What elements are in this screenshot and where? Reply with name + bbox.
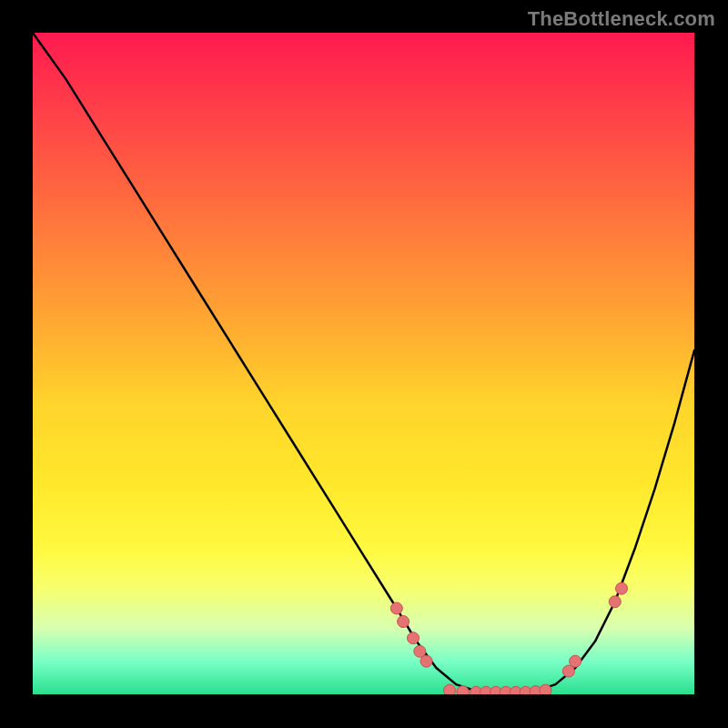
curve-marker <box>408 632 420 644</box>
curve-marker <box>457 686 469 694</box>
curve-marker <box>570 655 581 667</box>
curve-marker <box>444 684 456 694</box>
curve-marker <box>540 684 551 694</box>
plot-area <box>33 33 694 694</box>
bottleneck-curve <box>33 33 694 694</box>
curve-markers <box>390 582 627 694</box>
curve-marker <box>616 582 628 594</box>
curve-marker <box>398 616 410 628</box>
bottleneck-curve-svg <box>33 33 694 694</box>
curve-marker <box>420 655 432 667</box>
watermark-text: TheBottleneck.com <box>528 7 715 31</box>
curve-marker <box>390 602 402 614</box>
chart-container: TheBottleneck.com <box>0 0 728 728</box>
curve-marker <box>609 596 621 608</box>
